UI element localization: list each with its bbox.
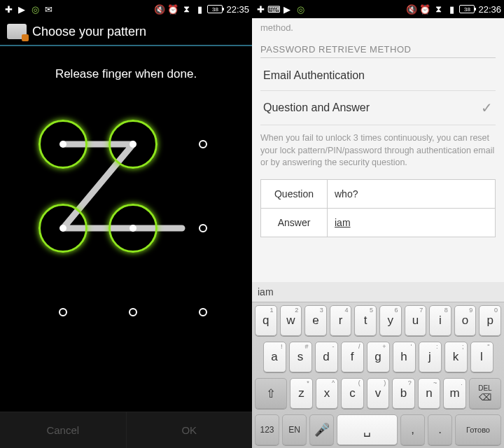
plus-icon: ✚ [3,4,14,15]
key-i[interactable]: 8i [429,305,451,336]
pattern-node-1[interactable] [108,120,158,169]
target-icon: ◎ [295,4,306,15]
key-x[interactable]: ^x [316,378,339,409]
key-b[interactable]: ?b [392,378,415,409]
wifi-icon: ⧗ [433,4,444,15]
battery-icon: 38 [459,5,475,13]
key-d[interactable]: -d [315,342,338,372]
status-bar: ✚ ⌨ ▶ ◎ 🔇 ⏰ ⧗ ▮ 38 22:36 [252,0,504,18]
key-mic[interactable]: 🎤 [309,414,334,445]
play-icon: ▶ [16,4,27,15]
answer-label: Answer [261,209,328,237]
instruction-text: Release finger when done. [0,67,252,81]
keyboard-icon: ⌨ [268,4,279,15]
pattern-node-7[interactable] [129,308,137,316]
status-time: 22:35 [226,4,249,15]
key-r[interactable]: 4r [330,305,352,336]
pattern-node-6[interactable] [59,308,67,316]
key-y[interactable]: 6y [379,305,402,336]
play-icon: ▶ [281,4,293,15]
keyboard-row-2: !a#s-d/f+g'h:j;k"l [252,339,504,375]
button-bar: Cancel OK [0,412,252,448]
key-s[interactable]: #s [289,342,312,372]
key-comma[interactable]: , [400,414,425,445]
alarm-icon: ⏰ [419,4,430,15]
keyboard-suggestion[interactable]: iam [252,282,504,302]
signal-icon: ▮ [446,4,457,15]
page-title: Choose your pattern [32,24,146,39]
pattern-screen: ✚ ▶ ◎ ✉ 🔇 ⏰ ⧗ ▮ 38 22:35 Choose your pat… [0,0,252,448]
pattern-node-4[interactable] [108,204,158,253]
key-z[interactable]: *z [290,378,313,409]
plus-icon: ✚ [255,4,266,15]
pattern-node-3[interactable] [38,204,88,253]
pattern-grid[interactable] [21,102,231,326]
ok-button[interactable]: OK [126,412,253,448]
key-space[interactable]: ␣ [337,414,398,445]
key-language[interactable]: EN [282,414,307,445]
keyboard: iam 1q2w3e4r5t6y7u8i9o0p !a#s-d/f+g'h:j;… [252,282,504,448]
key-t[interactable]: 5t [354,305,377,336]
key-numbers[interactable]: 123 [255,414,279,445]
answer-input[interactable]: iam [328,209,495,237]
key-p[interactable]: 0p [479,305,501,336]
key-done[interactable]: Готово [455,414,501,445]
key-n[interactable]: ~n [418,378,441,409]
key-w[interactable]: 2w [280,305,302,336]
keyboard-row-3: ⇧*z^x(c)v?b~n.mDEL⌫ [252,375,504,412]
keyboard-row-4: 123 EN 🎤 ␣ , . Готово [252,412,504,448]
key-l[interactable]: "l [470,342,493,372]
option-label: Email Authentication [263,69,365,82]
check-icon: ✓ [481,99,493,116]
key-q[interactable]: 1q [255,305,277,336]
pattern-node-2[interactable] [199,140,207,148]
option-email-auth[interactable]: Email Authentication [260,61,496,91]
key-o[interactable]: 9o [454,305,477,336]
key-e[interactable]: 3e [304,305,327,336]
key-g[interactable]: +g [367,342,390,372]
truncated-text: method. [260,22,496,33]
key-shift[interactable]: ⇧ [255,378,287,409]
key-h[interactable]: 'h [393,342,416,372]
signal-icon: ▮ [194,4,205,15]
key-j[interactable]: :j [419,342,442,372]
settings-screen: ✚ ⌨ ▶ ◎ 🔇 ⏰ ⧗ ▮ 38 22:36 method. PASSWOR… [252,0,504,448]
option-question-answer[interactable]: Question and Answer ✓ [260,91,496,125]
question-label: Question [261,180,328,208]
mic-icon: 🎤 [314,422,330,438]
keyboard-row-1: 1q2w3e4r5t6y7u8i9o0p [252,302,504,339]
title-bar: Choose your pattern [0,18,252,46]
description-text: When you fail to unlock 3 times continuo… [260,132,496,169]
app-lock-icon [7,24,27,39]
status-time: 22:36 [478,4,501,15]
target-icon: ◎ [29,4,41,15]
qa-table: Question who? Answer iam [260,179,496,237]
status-bar: ✚ ▶ ◎ ✉ 🔇 ⏰ ⧗ ▮ 38 22:35 [0,0,252,18]
key-period[interactable]: . [428,414,452,445]
mail-icon: ✉ [43,4,54,15]
section-header: PASSWORD RETRIEVE METHOD [260,44,496,58]
key-c[interactable]: (c [341,378,364,409]
key-a[interactable]: !a [263,342,286,372]
alarm-icon: ⏰ [167,4,178,15]
wifi-icon: ⧗ [181,4,192,15]
key-k[interactable]: ;k [444,342,468,372]
key-v[interactable]: )v [367,378,390,409]
key-m[interactable]: .m [443,378,466,409]
pattern-node-8[interactable] [199,308,207,316]
cancel-button[interactable]: Cancel [0,412,126,448]
battery-icon: 38 [207,5,223,13]
question-input[interactable]: who? [328,180,495,208]
mute-icon: 🔇 [406,4,417,15]
key-u[interactable]: 7u [405,305,427,336]
pattern-node-5[interactable] [199,224,207,232]
option-label: Question and Answer [263,102,370,114]
pattern-node-0[interactable] [38,120,88,169]
settings-content: method. PASSWORD RETRIEVE METHOD Email A… [252,18,504,237]
mute-icon: 🔇 [154,4,165,15]
key-delete[interactable]: DEL⌫ [469,378,501,409]
key-f[interactable]: /f [341,342,364,372]
